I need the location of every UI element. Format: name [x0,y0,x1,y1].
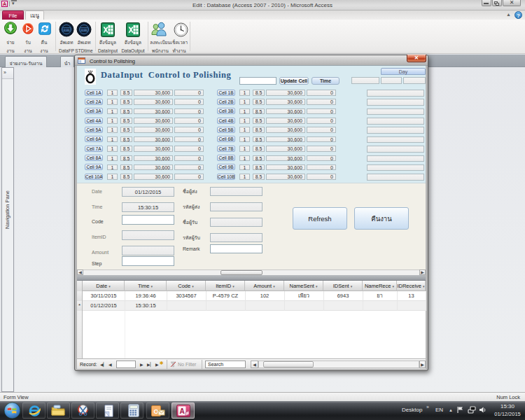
svg-text:A: A [179,407,184,415]
svg-text:0:00: 0:00 [64,28,70,31]
svg-text:0:00: 0:00 [81,28,88,31]
svg-text:O: O [153,408,158,415]
